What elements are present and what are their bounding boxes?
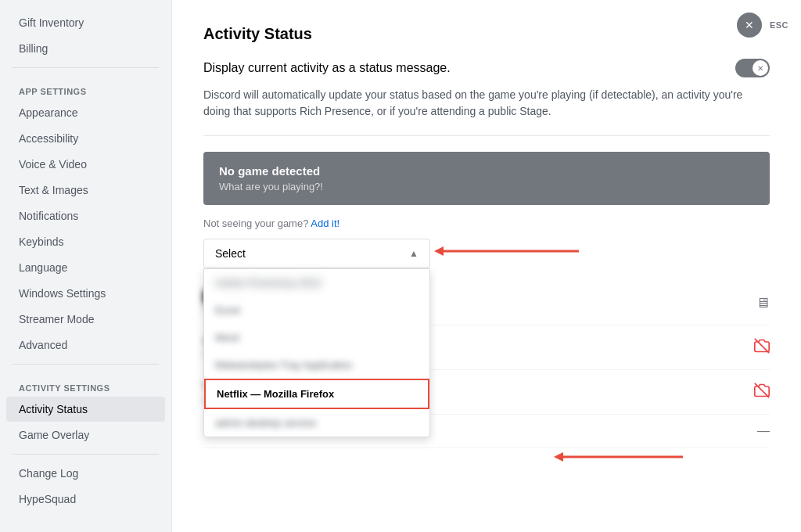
chevron-up-icon: ▲ [409,248,418,259]
sidebar-item-activity-status[interactable]: Activity Status [6,397,165,422]
svg-line-3 [755,383,769,397]
sidebar-item-hypesquad[interactable]: HypeSquad [6,487,165,512]
no-game-box: No game detected What are you playing?! [203,152,770,205]
svg-marker-5 [554,452,563,462]
sidebar-item-notifications[interactable]: Notifications [6,203,165,228]
dropdown-item-malwarebytes[interactable]: Malwarebytes Tray Application [204,351,429,379]
sidebar: Gift Inventory Billing APP SETTINGS Appe… [0,0,172,532]
sidebar-item-streamer-mode[interactable]: Streamer Mode [6,307,165,332]
add-it-link[interactable]: Add it! [311,217,339,229]
dropdown-item-excel[interactable]: Excel [204,297,429,324]
dropdown-item-photoshop[interactable]: Adobe Photoshop 2022 [204,269,429,297]
not-seeing-text: Not seeing your game? Add it! [203,217,770,229]
red-arrow-netflix [554,449,695,465]
sidebar-item-appearance[interactable]: Appearance [6,100,165,125]
sidebar-divider-3 [13,454,159,455]
arrow-right-icon: — [757,424,770,438]
sidebar-item-windows-settings[interactable]: Windows Settings [6,281,165,306]
svg-marker-1 [434,246,444,256]
esc-label: ESC [770,20,788,30]
main-content: ✕ ESC Activity Status Display current ac… [172,0,801,532]
app-settings-section-label: APP SETTINGS [6,74,165,99]
activity-status-toggle[interactable] [735,59,770,77]
camera-slash-icon-1 [754,338,770,358]
sidebar-item-advanced[interactable]: Advanced [6,332,165,358]
close-button[interactable]: ✕ [737,13,762,38]
sidebar-item-game-overlay[interactable]: Game Overlay [6,422,165,448]
sidebar-item-voice-video[interactable]: Voice & Video [6,152,165,177]
no-game-subtitle: What are you playing?! [219,181,754,192]
dropdown-item-netflix-firefox[interactable]: Netflix — Mozilla Firefox [204,379,429,409]
dropdown-item-word[interactable]: Word [204,324,429,351]
red-arrow-netflix-svg [554,449,695,465]
sidebar-item-gift-inventory[interactable]: Gift Inventory [6,10,165,35]
sidebar-item-text-images[interactable]: Text & Images [6,178,165,203]
camera-slash-icon-2 [754,383,770,402]
svg-line-2 [755,338,769,352]
dropdown-selected-value: Select [215,247,246,260]
game-select-dropdown[interactable]: Select ▲ Adobe Photoshop 2022 Excel Word… [203,239,430,268]
dropdown-trigger[interactable]: Select ▲ [203,239,430,268]
no-game-title: No game detected [219,164,754,178]
red-arrow-dropdown [434,243,591,259]
sidebar-item-billing[interactable]: Billing [6,36,165,61]
sidebar-divider-2 [13,364,159,365]
monitor-icon: 🖥 [756,295,770,311]
sidebar-item-change-log[interactable]: Change Log [6,461,165,486]
toggle-knob [753,60,768,76]
activity-description: Discord will automatically update your s… [203,87,770,120]
toggle-label: Display current activity as a status mes… [203,61,451,75]
section-divider-1 [203,135,770,136]
dropdown-menu: Adobe Photoshop 2022 Excel Word Malwareb… [203,268,430,437]
sidebar-item-language[interactable]: Language [6,255,165,280]
sidebar-divider-1 [13,67,159,68]
activity-toggle-row: Display current activity as a status mes… [203,59,770,77]
page-title: Activity Status [203,25,770,43]
sidebar-item-keybinds[interactable]: Keybinds [6,229,165,254]
dropdown-item-admin-desktop[interactable]: admin desktop service [204,409,429,437]
sidebar-item-accessibility[interactable]: Accessibility [6,126,165,151]
red-arrow-svg [434,243,591,259]
activity-settings-section-label: ACTIVITY SETTINGS [6,371,165,396]
